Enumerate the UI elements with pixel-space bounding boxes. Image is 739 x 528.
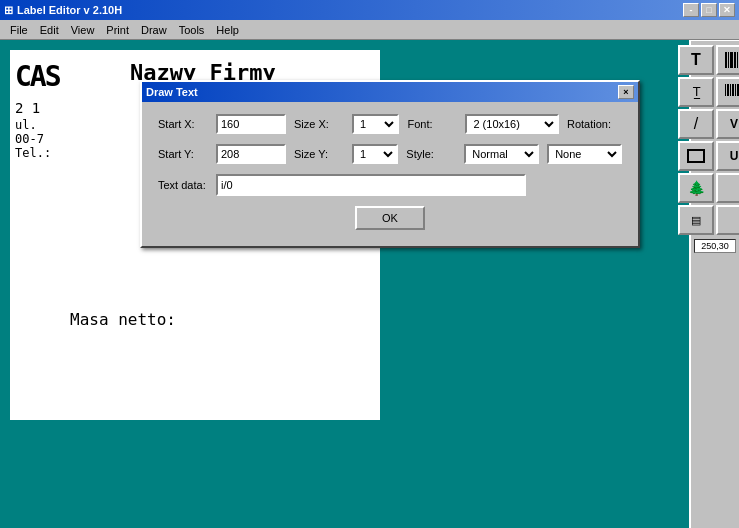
size-x-label: Size X:	[294, 118, 344, 130]
rotation-select[interactable]: None90180270	[547, 144, 622, 164]
ok-button[interactable]: OK	[355, 206, 425, 230]
barcode-tool[interactable]	[716, 45, 739, 75]
barcode2-tool[interactable]	[716, 77, 739, 107]
dialog-body: Start X: Size X: 1234 Font: 2 (10x16)1 (…	[142, 102, 638, 246]
dialog-row-2: Start Y: Size Y: 1234 Style: NormalBoldI…	[158, 144, 622, 164]
dialog-title: Draw Text	[146, 86, 198, 98]
dialog-title-bar: Draw Text ×	[142, 82, 638, 102]
menu-file[interactable]: File	[4, 22, 34, 38]
toolbar: T T̲ / V U 🌲 ▤ 250,30	[689, 40, 739, 528]
menu-view[interactable]: View	[65, 22, 101, 38]
svg-rect-6	[725, 84, 726, 96]
rotation-label: Rotation:	[567, 118, 622, 130]
text-data-input[interactable]	[216, 174, 526, 196]
svg-rect-7	[727, 84, 729, 96]
title-bar: ⊞ Label Editor v 2.10H - □ ✕	[0, 0, 739, 20]
coord-display: 250,30	[694, 239, 736, 253]
menu-draw[interactable]: Draw	[135, 22, 173, 38]
dialog-row-3: Text data:	[158, 174, 622, 196]
dialog-close-button[interactable]: ×	[618, 85, 634, 99]
menu-edit[interactable]: Edit	[34, 22, 65, 38]
size-y-select[interactable]: 1234	[352, 144, 398, 164]
menu-bar: File Edit View Print Draw Tools Help	[0, 20, 739, 40]
start-x-input[interactable]	[216, 114, 286, 134]
svg-rect-2	[730, 52, 733, 68]
start-y-label: Start Y:	[158, 148, 208, 160]
text-data-label: Text data:	[158, 179, 208, 191]
font-label: Font:	[407, 118, 457, 130]
svg-rect-13	[688, 150, 704, 162]
extra-v-tool[interactable]: V	[716, 109, 739, 139]
svg-rect-4	[737, 52, 738, 68]
svg-rect-9	[732, 84, 734, 96]
close-button[interactable]: ✕	[719, 3, 735, 17]
style-label: Style:	[406, 148, 456, 160]
minimize-button[interactable]: -	[683, 3, 699, 17]
start-x-label: Start X:	[158, 118, 208, 130]
svg-rect-3	[734, 52, 736, 68]
svg-rect-8	[730, 84, 731, 96]
app-title: Label Editor v 2.10H	[17, 4, 122, 16]
draw-text-dialog: Draw Text × Start X: Size X: 1234 Font: …	[140, 80, 640, 248]
title-bar-controls: - □ ✕	[683, 3, 735, 17]
menu-print[interactable]: Print	[100, 22, 135, 38]
app-icon: ⊞	[4, 4, 13, 17]
menu-tools[interactable]: Tools	[173, 22, 211, 38]
start-y-input[interactable]	[216, 144, 286, 164]
font-select[interactable]: 2 (10x16)1 (8x8)3 (12x24)	[465, 114, 559, 134]
extra-right-tool[interactable]	[716, 173, 739, 203]
v2-tool[interactable]	[716, 205, 739, 235]
svg-rect-0	[725, 52, 727, 68]
menu-help[interactable]: Help	[210, 22, 245, 38]
size-y-label: Size Y:	[294, 148, 344, 160]
dialog-overlay: Draw Text × Start X: Size X: 1234 Font: …	[0, 40, 689, 528]
maximize-button[interactable]: □	[701, 3, 717, 17]
svg-rect-10	[735, 84, 736, 96]
dialog-row-1: Start X: Size X: 1234 Font: 2 (10x16)1 (…	[158, 114, 622, 134]
svg-rect-1	[728, 52, 729, 68]
u-tool[interactable]: U	[716, 141, 739, 171]
size-x-select[interactable]: 1234	[352, 114, 399, 134]
style-select[interactable]: NormalBoldItalic	[464, 144, 539, 164]
